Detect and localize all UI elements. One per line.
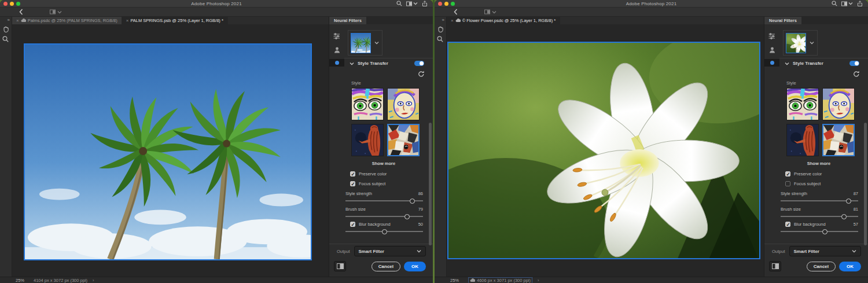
panel-tab[interactable]: Neural Filters bbox=[764, 17, 801, 24]
back-button[interactable] bbox=[19, 9, 23, 15]
tool-options-icon bbox=[484, 9, 490, 14]
style-thumbnail-portrait[interactable] bbox=[822, 88, 855, 120]
slider-knob[interactable] bbox=[841, 214, 847, 219]
focus-subject-label: Focus subject bbox=[359, 181, 385, 186]
search-icon[interactable] bbox=[832, 1, 837, 6]
hand-tool-icon[interactable] bbox=[437, 25, 444, 33]
zoom-tool-icon[interactable] bbox=[437, 36, 444, 43]
image-preview-thumbnail[interactable] bbox=[351, 33, 371, 53]
close-window-button[interactable] bbox=[3, 2, 8, 6]
preserve-color-checkbox[interactable] bbox=[785, 171, 790, 177]
focus-subject-checkbox[interactable] bbox=[785, 181, 790, 186]
slider-knob[interactable] bbox=[382, 229, 387, 234]
close-tab-icon[interactable]: × bbox=[16, 19, 19, 23]
minimize-window-button[interactable] bbox=[444, 2, 448, 6]
slider-track[interactable] bbox=[781, 216, 858, 217]
titlebar: Adobe Photoshop 2021 bbox=[435, 0, 868, 8]
all-filters-icon[interactable] bbox=[764, 31, 779, 41]
show-more-link[interactable]: Show more bbox=[779, 161, 858, 166]
slider-track[interactable] bbox=[781, 231, 858, 232]
options-bar bbox=[435, 8, 868, 17]
neural-filters-panel: Neural Filters bbox=[764, 17, 868, 277]
document-tab-active[interactable]: × © Flower Power.psdc @ 25% (Layer 1, RG… bbox=[447, 17, 560, 24]
document-dimensions[interactable]: 4104 px x 3072 px (300 ppi) bbox=[34, 278, 87, 283]
filter-enabled-toggle[interactable] bbox=[849, 61, 859, 66]
style-thumbnail-portrait[interactable] bbox=[387, 88, 420, 120]
active-filter-dot[interactable] bbox=[764, 59, 779, 67]
preserve-color-checkbox[interactable] bbox=[350, 171, 355, 177]
style-transfer-section: Style Transfer bbox=[350, 61, 424, 66]
document-tab[interactable]: × Palms.psdc @ 25% (PALM SPRINGS, RGB/8) bbox=[12, 17, 122, 24]
zoom-window-button[interactable] bbox=[16, 2, 20, 6]
search-icon[interactable] bbox=[396, 1, 402, 6]
back-button[interactable] bbox=[454, 9, 458, 15]
output-select[interactable]: Smart Filter bbox=[789, 246, 861, 256]
slider-track[interactable] bbox=[345, 216, 423, 217]
focus-subject-checkbox[interactable] bbox=[350, 181, 355, 186]
slider-knob[interactable] bbox=[404, 214, 410, 219]
minimize-window-button[interactable] bbox=[10, 2, 14, 6]
close-tab-icon[interactable]: × bbox=[451, 19, 454, 23]
share-icon[interactable] bbox=[857, 1, 863, 6]
chevron-down-icon[interactable] bbox=[785, 62, 789, 65]
collapse-panel-icon[interactable]: » bbox=[442, 17, 446, 23]
style-thumbnail-eyes[interactable] bbox=[351, 88, 384, 120]
tool-options[interactable] bbox=[50, 9, 62, 14]
ok-button[interactable]: OK bbox=[404, 262, 426, 271]
image-preview-thumbnail[interactable] bbox=[786, 33, 806, 53]
panel-tab[interactable]: Neural Filters bbox=[329, 17, 366, 24]
status-chevron-icon[interactable]: › bbox=[538, 278, 539, 283]
style-thumbnail-collage[interactable] bbox=[822, 124, 855, 156]
style-thumbnail-eyes[interactable] bbox=[786, 88, 819, 120]
all-filters-icon[interactable] bbox=[329, 31, 344, 41]
blur-background-checkbox[interactable] bbox=[350, 222, 355, 227]
style-thumbnail-figure[interactable] bbox=[351, 124, 384, 156]
document-tab-active[interactable]: × PALM SPRINGS.psb @ 25% (Layer 1, RGB/8… bbox=[122, 17, 228, 24]
reset-filter-button[interactable] bbox=[418, 71, 424, 77]
portrait-filters-icon[interactable] bbox=[329, 45, 344, 55]
workspace-switcher[interactable] bbox=[841, 1, 853, 6]
close-tab-icon[interactable]: × bbox=[126, 19, 129, 23]
show-more-link[interactable]: Show more bbox=[344, 161, 423, 166]
preview-toggle-button[interactable] bbox=[769, 261, 781, 271]
workspace-switcher[interactable] bbox=[406, 1, 418, 6]
canvas-image-palms[interactable] bbox=[24, 43, 312, 260]
share-icon[interactable] bbox=[422, 1, 428, 6]
hand-tool-icon[interactable] bbox=[2, 25, 10, 33]
output-select[interactable]: Smart Filter bbox=[354, 246, 426, 256]
canvas-image-lily[interactable] bbox=[447, 42, 760, 259]
zoom-tool-icon[interactable] bbox=[2, 36, 9, 43]
panel-scrollbar[interactable] bbox=[429, 123, 432, 245]
cancel-button[interactable]: Cancel bbox=[807, 262, 836, 271]
style-thumbnail-figure[interactable] bbox=[786, 124, 819, 156]
slider-knob[interactable] bbox=[410, 199, 415, 204]
document-dimensions[interactable]: 4606 px x 3071 px (300 ppi) bbox=[468, 277, 532, 283]
active-filter-dot[interactable] bbox=[329, 59, 344, 67]
chevron-down-icon bbox=[417, 249, 421, 253]
chevron-down-icon bbox=[492, 10, 496, 14]
ok-button[interactable]: OK bbox=[839, 262, 861, 271]
titlebar: Adobe Photoshop 2021 bbox=[0, 0, 433, 8]
zoom-level[interactable]: 25% bbox=[16, 278, 24, 283]
chevron-down-icon[interactable] bbox=[810, 41, 814, 45]
blur-background-checkbox[interactable] bbox=[785, 222, 790, 227]
panel-scrollbar[interactable] bbox=[864, 123, 867, 245]
reset-filter-button[interactable] bbox=[853, 71, 859, 77]
portrait-filters-icon[interactable] bbox=[764, 45, 779, 55]
zoom-window-button[interactable] bbox=[451, 2, 455, 6]
chevron-down-icon[interactable] bbox=[374, 41, 379, 45]
slider-knob[interactable] bbox=[846, 199, 851, 204]
status-chevron-icon[interactable]: › bbox=[93, 278, 94, 283]
zoom-level[interactable]: 25% bbox=[450, 278, 459, 283]
preview-toggle-button[interactable] bbox=[334, 261, 346, 271]
slider-knob[interactable] bbox=[822, 229, 827, 234]
close-window-button[interactable] bbox=[438, 2, 442, 6]
tool-options[interactable] bbox=[484, 9, 496, 14]
filter-name: Style Transfer bbox=[793, 61, 823, 66]
filter-enabled-toggle[interactable] bbox=[414, 61, 424, 66]
collapse-panel-icon[interactable]: » bbox=[8, 17, 12, 23]
style-thumbnail-collage[interactable] bbox=[387, 124, 420, 156]
cancel-button[interactable]: Cancel bbox=[372, 262, 400, 271]
chevron-down-icon[interactable] bbox=[350, 62, 354, 65]
workspace-switcher-icon bbox=[406, 1, 412, 6]
